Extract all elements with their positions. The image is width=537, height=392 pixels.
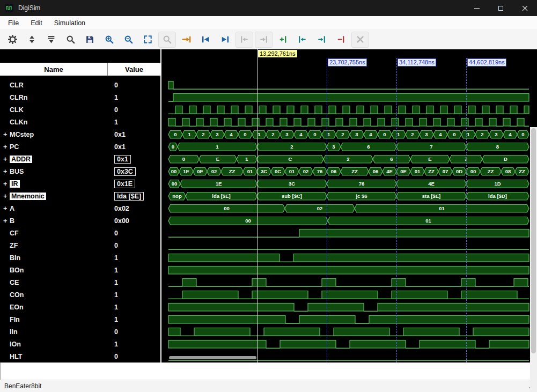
expand-toggle[interactable]: + [3, 180, 7, 188]
wave-row-IIn[interactable] [161, 326, 530, 338]
signal-row-FIn[interactable]: FIn1 [0, 313, 160, 326]
wave-row-B[interactable]: 0001 [161, 215, 530, 227]
waveform-ZF[interactable] [161, 239, 530, 252]
settings-button[interactable] [4, 32, 21, 48]
waveform-IOn[interactable] [161, 338, 530, 350]
remove-marker-button[interactable] [332, 32, 350, 48]
signal-row-MCstep[interactable]: +MCstep0x1 [0, 128, 160, 140]
signal-row-EOn[interactable]: EOn1 [0, 301, 160, 313]
zoom-fit-button[interactable] [139, 32, 157, 48]
step-forward-button[interactable] [255, 32, 273, 48]
wave-row-CLR[interactable] [161, 79, 530, 91]
signal-row-CLK[interactable]: CLK0 [0, 103, 160, 116]
menu-edit[interactable]: Edit [25, 16, 48, 29]
expand-toggle[interactable]: + [3, 143, 7, 151]
signal-row-CF[interactable]: CF0 [0, 227, 160, 239]
expand-toggle[interactable]: + [3, 156, 7, 163]
add-marker-button[interactable] [274, 32, 292, 48]
signal-row-B[interactable]: +B0x00 [0, 215, 160, 227]
wave-row-A[interactable]: 000201 [161, 202, 530, 215]
wave-row-IOn[interactable] [161, 338, 530, 350]
waveform-Mnemonic[interactable]: noplda [$E]sub [$C]jc $6sta [$E]lda [$D] [161, 190, 530, 202]
wave-row-CLRn[interactable] [161, 91, 530, 103]
waveform-MCstep[interactable]: 01234012340123401234012340 [161, 128, 530, 140]
close-button[interactable] [513, 0, 537, 16]
horizontal-scrollbar-thumb[interactable] [169, 356, 256, 359]
signal-row-CLKn[interactable]: CLKn1 [0, 116, 160, 128]
waveform-B[interactable]: 0001 [161, 215, 530, 227]
waveform-A[interactable]: 000201 [161, 202, 530, 215]
next-marker-button[interactable] [313, 32, 330, 48]
vertical-scrollbar[interactable] [530, 127, 537, 392]
waveform-CLRn[interactable] [161, 91, 530, 103]
waveform-CLKn[interactable] [161, 116, 530, 128]
wave-row-EOn[interactable] [161, 301, 530, 313]
expand-toggle[interactable]: + [3, 168, 7, 175]
waveform-IR[interactable]: 001E3C764E1D [161, 177, 530, 190]
waveform-CF[interactable] [161, 227, 530, 239]
waveform-ADDR[interactable]: 0E1C26E7D [161, 153, 530, 165]
wave-row-BOn[interactable] [161, 264, 530, 276]
signal-row-ZF[interactable]: ZF0 [0, 239, 160, 252]
expand-toggle[interactable]: + [3, 217, 7, 225]
menu-simulation[interactable]: Simulation [48, 16, 91, 29]
expand-toggle[interactable]: + [3, 131, 7, 138]
wave-row-CLKn[interactable] [161, 116, 530, 128]
expand-all-button[interactable] [23, 32, 41, 48]
wave-row-CF[interactable] [161, 227, 530, 239]
waveform-EOn[interactable] [161, 301, 530, 313]
signal-row-COn[interactable]: COn1 [0, 289, 160, 301]
save-button[interactable] [81, 32, 99, 48]
signal-row-Mnemonic[interactable]: +Mnemoniclda [$E] [0, 190, 160, 202]
run-to-time-button[interactable] [178, 32, 195, 48]
waveform-PC[interactable]: 0123678 [161, 140, 530, 153]
waveform-FIn[interactable] [161, 313, 530, 326]
minimize-button[interactable] [465, 0, 489, 16]
maximize-button[interactable] [489, 0, 513, 16]
signal-row-HLT[interactable]: HLT0 [0, 350, 160, 363]
expand-toggle[interactable]: + [3, 205, 7, 212]
menu-file[interactable]: File [2, 16, 25, 29]
wave-row-CE[interactable] [161, 276, 530, 289]
wave-row-PC[interactable]: 0123678 [161, 140, 530, 153]
signal-row-BUS[interactable]: +BUS0x3C [0, 165, 160, 177]
waveform-CLK[interactable] [161, 103, 530, 116]
prev-marker-button[interactable] [293, 32, 311, 48]
horizontal-scrollbar[interactable] [168, 356, 523, 360]
waveform-CE[interactable] [161, 276, 530, 289]
signal-row-BIn[interactable]: BIn1 [0, 252, 160, 264]
wave-row-ADDR[interactable]: 0E1C26E7D [161, 153, 530, 165]
waveform-BUS[interactable]: 001E0E02ZZ013C0C01027606ZZ064E0E01ZZ070D… [161, 165, 530, 177]
wave-row-IR[interactable]: 001E3C764E1D [161, 177, 530, 190]
signal-row-BOn[interactable]: BOn1 [0, 264, 160, 276]
signal-row-PC[interactable]: +PC0x1 [0, 140, 160, 153]
panel-divider[interactable] [160, 49, 161, 363]
zoom-cursor-button[interactable] [158, 32, 176, 48]
search-button[interactable] [62, 32, 79, 48]
signal-row-IOn[interactable]: IOn1 [0, 338, 160, 350]
signal-row-A[interactable]: +A0x02 [0, 202, 160, 215]
wave-row-COn[interactable] [161, 289, 530, 301]
signal-row-CLR[interactable]: CLR0 [0, 79, 160, 91]
zoom-out-button[interactable] [120, 32, 137, 48]
waveform-COn[interactable] [161, 289, 530, 301]
waveform-IIn[interactable] [161, 326, 530, 338]
skip-to-start-button[interactable] [197, 32, 215, 48]
signal-row-IIn[interactable]: IIn0 [0, 326, 160, 338]
step-back-button[interactable] [236, 32, 253, 48]
clear-button[interactable] [351, 32, 369, 48]
signal-row-IR[interactable]: +IR0x1E [0, 177, 160, 190]
wave-row-CLK[interactable] [161, 103, 530, 116]
signal-row-CLRn[interactable]: CLRn1 [0, 91, 160, 103]
vertical-scrollbar-thumb[interactable] [531, 128, 536, 353]
zoom-in-button[interactable] [100, 32, 118, 48]
wave-row-Mnemonic[interactable]: noplda [$E]sub [$C]jc $6sta [$E]lda [$D] [161, 190, 530, 202]
waveform-CLR[interactable] [161, 79, 530, 91]
wave-row-BUS[interactable]: 001E0E02ZZ013C0C01027606ZZ064E0E01ZZ070D… [161, 165, 530, 177]
waveform-BIn[interactable] [161, 252, 530, 264]
collapse-all-button[interactable] [42, 32, 60, 48]
wave-row-MCstep[interactable]: 01234012340123401234012340 [161, 128, 530, 140]
wave-row-FIn[interactable] [161, 313, 530, 326]
wave-row-BIn[interactable] [161, 252, 530, 264]
signal-row-ADDR[interactable]: +ADDR0x1 [0, 153, 160, 165]
